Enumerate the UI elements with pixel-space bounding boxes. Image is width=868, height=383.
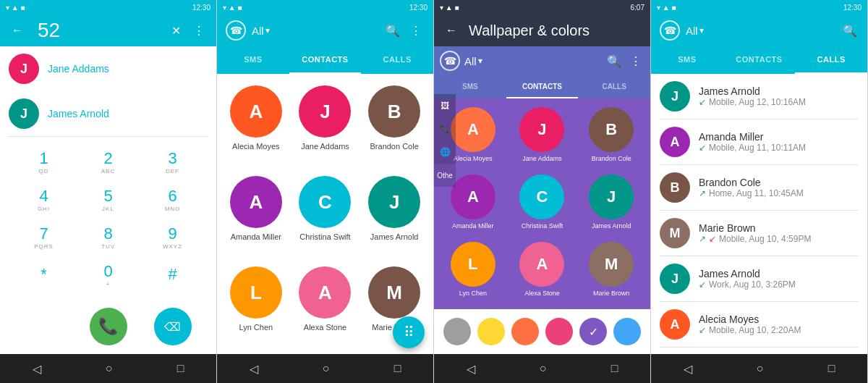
swatch-purple[interactable]: ✓: [579, 318, 607, 345]
phone4-search[interactable]: 🔍: [841, 22, 859, 39]
swatch-blue[interactable]: [613, 318, 641, 345]
swatch-yellow[interactable]: [477, 318, 505, 345]
menu-button[interactable]: ⋮: [190, 22, 208, 39]
dial-9[interactable]: 9WXYZ: [140, 218, 205, 256]
wo-christina[interactable]: C Christina Swift: [509, 172, 576, 236]
phone2-top-bar: ☎ All ▾ 🔍 ⋮: [217, 14, 433, 46]
call-james1[interactable]: J James Arnold ↙ Mobile, Aug 12, 10:16AM: [651, 74, 867, 119]
wallpaper-tab-bar: SMS CONTACTS CALLS: [434, 75, 650, 98]
call-christina[interactable]: C Christina Swift ↙ Mobile, Aug 9, 1:23A…: [651, 348, 867, 354]
call-alecia[interactable]: A Alecia Moyes ↙ Mobile, Aug 10, 2:20AM: [651, 302, 867, 347]
all-dropdown[interactable]: All ▾: [252, 25, 270, 37]
phone3-back[interactable]: ←: [443, 22, 460, 39]
phone4-tab-contacts[interactable]: CONTACTS: [723, 46, 796, 74]
wo-marie[interactable]: M Marie Brown: [578, 239, 644, 303]
grid-contact-jane[interactable]: J Jane Addams: [292, 80, 359, 167]
grid-contact-lyn[interactable]: L Lyn Chen: [223, 261, 289, 348]
wo-brandon[interactable]: B Brandon Cole: [578, 104, 644, 169]
dial-0[interactable]: 0+: [76, 256, 140, 293]
grid-contact-alecia[interactable]: A Alecia Moyes: [223, 80, 289, 167]
phone4-all-dropdown[interactable]: All ▾: [686, 25, 704, 37]
nav4-back[interactable]: ◁: [684, 362, 692, 376]
wallpaper-menu[interactable]: ⋮: [627, 52, 644, 70]
dial-5[interactable]: 5JKL: [76, 180, 140, 218]
call-button[interactable]: 📞: [90, 308, 127, 345]
sidebar-globe-icon[interactable]: 🌐: [434, 140, 456, 164]
wo-james[interactable]: J James Arnold: [578, 172, 644, 236]
phone4-all-label: All: [686, 25, 698, 37]
back-button[interactable]: ←: [9, 22, 26, 39]
contact-jane[interactable]: J Jane Addams: [0, 46, 216, 91]
grid-name-amanda: Amanda Miller: [231, 232, 281, 241]
grid-contact-alexa[interactable]: A Alexa Stone: [292, 261, 359, 348]
nav-back[interactable]: ◁: [33, 362, 41, 376]
grid-contact-christina[interactable]: C Christina Swift: [292, 170, 359, 258]
call-james2[interactable]: J James Arnold ↙ Work, Aug 10, 3:26PM: [651, 256, 867, 301]
grid-contact-amanda[interactable]: A Amanda Miller: [223, 170, 289, 258]
tab-sms[interactable]: SMS: [217, 46, 289, 74]
wallpaper-all-label: All: [464, 55, 477, 67]
sidebar-photo-icon[interactable]: 🖼: [434, 94, 456, 117]
phone4-tab-sms[interactable]: SMS: [651, 46, 723, 74]
call-brandon[interactable]: B Brandon Cole ↗ Home, Aug 11, 10:45AM: [651, 165, 867, 210]
dial-1[interactable]: 1QD: [12, 143, 76, 180]
wallpaper-tab-contacts[interactable]: CONTACTS: [506, 75, 579, 98]
nav3-back[interactable]: ◁: [467, 362, 475, 376]
contact-james[interactable]: J James Arnold: [0, 91, 216, 136]
wo-lyn[interactable]: L Lyn Chen: [440, 239, 506, 303]
nav-recent[interactable]: □: [177, 362, 184, 375]
wo-alexa[interactable]: A Alexa Stone: [509, 239, 576, 303]
phone4-dropdown-arrow-icon: ▾: [699, 25, 704, 35]
nav4-recent[interactable]: □: [828, 362, 835, 375]
dial-4[interactable]: 4GHI: [12, 180, 76, 218]
nav4-home[interactable]: ○: [757, 362, 764, 375]
wo-name-alecia: Alecia Moyes: [454, 155, 493, 162]
search-button[interactable]: 🔍: [384, 22, 401, 39]
wallpaper-app-logo: ☎: [440, 51, 460, 71]
contact-name-jane: Jane Addams: [48, 63, 208, 75]
dial-8[interactable]: 8TUV: [76, 218, 140, 256]
tab-calls[interactable]: CALLS: [361, 46, 433, 74]
dial-3[interactable]: 3DEF: [140, 143, 205, 180]
dialer-number: 52: [38, 19, 161, 42]
close-button[interactable]: ✕: [167, 22, 184, 39]
swatch-pink[interactable]: [545, 318, 573, 345]
nav2-home[interactable]: ○: [323, 362, 330, 375]
dial-7[interactable]: 7PQRS: [12, 218, 76, 256]
grid-name-james2: James Arnold: [370, 232, 419, 241]
fab-button[interactable]: ⠿: [393, 316, 425, 348]
wallpaper-all-dropdown[interactable]: All ▾: [464, 55, 482, 67]
nav3-recent[interactable]: □: [611, 362, 618, 375]
call-marie[interactable]: M Marie Brown ↗ ↙ Mobile, Aug 10, 4:59PM: [651, 211, 867, 256]
call-detail-amanda: ↙ Mobile, Aug 11, 10:11AM: [699, 143, 859, 153]
call-amanda[interactable]: A Amanda Miller ↙ Mobile, Aug 11, 10:11A…: [651, 119, 867, 164]
contacts-grid: A Alecia Moyes J Jane Addams B Brandon C…: [217, 74, 433, 354]
wo-name-amanda: Amanda Miller: [452, 222, 494, 230]
wallpaper-tab-calls[interactable]: CALLS: [578, 75, 650, 98]
sidebar-phone-icon[interactable]: 📞: [434, 117, 456, 140]
dial-6[interactable]: 6MNO: [140, 180, 205, 218]
call-name-james1: James Arnold: [699, 85, 859, 97]
dialpad: 1QD 2ABC 3DEF 4GHI 5JKL 6MNO 7PQRS 8TUV …: [0, 137, 216, 299]
wo-jane[interactable]: J Jane Addams: [509, 104, 576, 169]
dial-star[interactable]: *: [12, 256, 76, 293]
phone4-top-bar: ☎ All ▾ 🔍: [651, 14, 867, 46]
dial-2[interactable]: 2ABC: [76, 143, 140, 180]
swatch-gray[interactable]: [443, 318, 471, 345]
tab-contacts[interactable]: CONTACTS: [289, 46, 362, 74]
call-name-james2: James Arnold: [699, 268, 859, 279]
phone1-top-bar: ← 52 ✕ ⋮: [0, 14, 216, 46]
nav-home[interactable]: ○: [106, 362, 113, 375]
menu-button2[interactable]: ⋮: [407, 22, 425, 39]
swatch-orange[interactable]: [511, 318, 539, 345]
nav2-back[interactable]: ◁: [250, 362, 258, 376]
delete-button[interactable]: ⌫: [154, 308, 192, 345]
sidebar-label-other: Othe: [434, 164, 456, 187]
grid-contact-james2[interactable]: J James Arnold: [361, 170, 427, 258]
wallpaper-search[interactable]: 🔍: [605, 52, 623, 70]
nav3-home[interactable]: ○: [540, 362, 547, 375]
phone4-tab-calls[interactable]: CALLS: [795, 46, 867, 74]
dial-hash[interactable]: #: [140, 256, 205, 293]
grid-contact-brandon[interactable]: B Brandon Cole: [361, 80, 427, 167]
nav2-recent[interactable]: □: [394, 362, 401, 375]
